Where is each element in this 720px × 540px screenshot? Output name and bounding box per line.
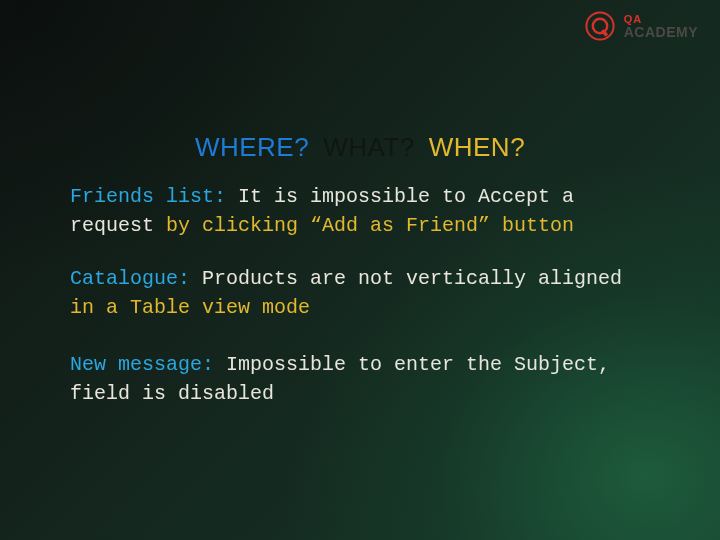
paragraph-3: New message: Impossible to enter the Sub…: [70, 350, 650, 408]
p2-location: Catalogue:: [70, 267, 190, 290]
p2-action: in a Table view mode: [70, 296, 310, 319]
logo-text: QA ACADEMY: [624, 14, 698, 39]
heading-when: WHEN?: [429, 132, 525, 162]
svg-point-1: [593, 19, 607, 33]
p3-location: New message:: [70, 353, 214, 376]
logo-qa: QA: [624, 14, 698, 25]
p1-location: Friends list:: [70, 185, 226, 208]
paragraph-1: Friends list: It is impossible to Accept…: [70, 182, 650, 240]
heading-where: WHERE?: [195, 132, 309, 162]
body: Friends list: It is impossible to Accept…: [70, 182, 650, 408]
heading: WHERE?WHAT?WHEN?: [0, 132, 720, 163]
slide: QA ACADEMY WHERE?WHAT?WHEN? Friends list…: [0, 0, 720, 540]
p1-action: by clicking “Add as Friend” button: [154, 214, 574, 237]
p2-mid: Products are not vertically aligned: [190, 267, 622, 290]
logo-academy: ACADEMY: [624, 25, 698, 39]
heading-what: WHAT?: [323, 132, 415, 162]
paragraph-2: Catalogue: Products are not vertically a…: [70, 264, 650, 322]
logo-icon: [584, 10, 616, 42]
svg-point-0: [586, 12, 613, 39]
logo: QA ACADEMY: [584, 10, 698, 42]
